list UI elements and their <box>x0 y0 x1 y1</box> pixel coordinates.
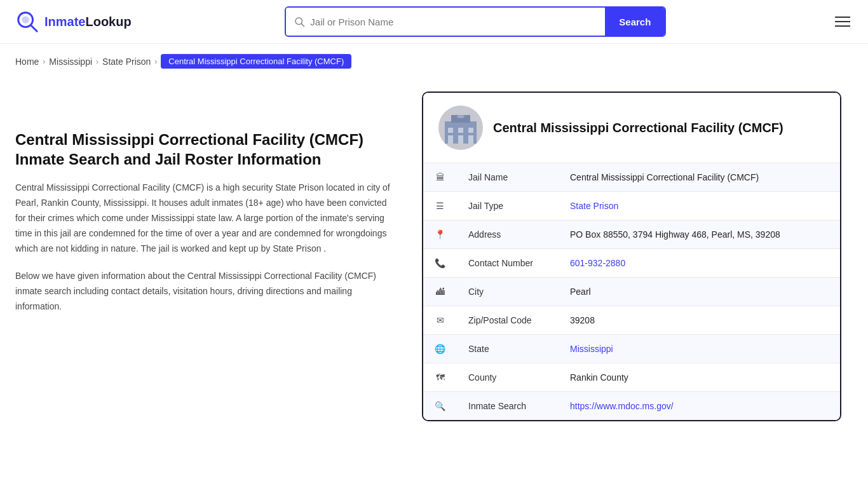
table-row: 🏛Jail NameCentral Mississippi Correction… <box>423 163 840 192</box>
row-icon: 🌐 <box>423 335 457 363</box>
logo-text: InmateLookup <box>44 15 132 29</box>
row-label: State <box>457 335 559 363</box>
svg-point-2 <box>22 16 29 23</box>
row-value[interactable]: 601-932-2880 <box>559 249 840 278</box>
table-row: ☰Jail TypeState Prison <box>423 192 840 220</box>
row-icon: 🏙 <box>423 278 457 306</box>
row-value: Central Mississippi Correctional Facilit… <box>559 163 840 192</box>
main-content: Central Mississippi Correctional Facilit… <box>0 79 868 447</box>
row-label: Inmate Search <box>457 392 559 421</box>
table-row: 📍AddressPO Box 88550, 3794 Highway 468, … <box>423 220 840 249</box>
table-row: 🏙CityPearl <box>423 278 840 306</box>
table-row: 📞Contact Number601-932-2880 <box>423 249 840 278</box>
svg-rect-11 <box>448 135 453 144</box>
row-label: Jail Name <box>457 163 559 192</box>
search-bar: Search <box>285 6 666 37</box>
breadcrumb-state[interactable]: Mississippi <box>49 57 92 67</box>
row-value: Rankin County <box>559 363 840 392</box>
breadcrumb-home[interactable]: Home <box>15 57 39 67</box>
search-button[interactable]: Search <box>605 8 665 36</box>
row-value: PO Box 88550, 3794 Highway 468, Pearl, M… <box>559 220 840 249</box>
table-row: ✉Zip/Postal Code39208 <box>423 306 840 335</box>
row-label: Contact Number <box>457 249 559 278</box>
svg-rect-10 <box>468 128 473 133</box>
page-title: Central Mississippi Correctional Facilit… <box>15 130 397 169</box>
row-icon: ✉ <box>423 306 457 335</box>
row-label: City <box>457 278 559 306</box>
row-icon: 📞 <box>423 249 457 278</box>
row-link[interactable]: State Prison <box>570 201 618 211</box>
table-row: 🌐StateMississippi <box>423 335 840 363</box>
search-bar-icon <box>294 16 305 27</box>
logo-link[interactable]: InmateLookup <box>15 10 132 34</box>
row-label: Zip/Postal Code <box>457 306 559 335</box>
facility-image <box>442 109 480 147</box>
logo-icon <box>15 10 39 34</box>
table-row: 🔍Inmate Searchhttps://www.mdoc.ms.gov/ <box>423 392 840 421</box>
svg-rect-9 <box>458 128 463 133</box>
left-column: Central Mississippi Correctional Facilit… <box>15 92 422 421</box>
row-label: County <box>457 363 559 392</box>
hamburger-menu[interactable] <box>832 14 853 29</box>
breadcrumb: Home › Mississippi › State Prison › Cent… <box>0 44 868 79</box>
row-value[interactable]: https://www.mdoc.ms.gov/ <box>559 392 840 421</box>
breadcrumb-category[interactable]: State Prison <box>102 57 151 67</box>
info-table: 🏛Jail NameCentral Mississippi Correction… <box>423 163 840 420</box>
site-header: InmateLookup Search <box>0 0 868 44</box>
row-icon: 🏛 <box>423 163 457 192</box>
page-description-2: Below we have given information about th… <box>15 269 397 314</box>
row-value[interactable]: Mississippi <box>559 335 840 363</box>
svg-rect-13 <box>468 135 473 144</box>
chevron-icon-1: › <box>43 57 45 66</box>
row-link[interactable]: 601-932-2880 <box>570 258 625 268</box>
card-header: Central Mississippi Correctional Facilit… <box>423 93 840 163</box>
svg-line-1 <box>31 25 37 32</box>
row-label: Address <box>457 220 559 249</box>
row-label: Jail Type <box>457 192 559 220</box>
row-value: Pearl <box>559 278 840 306</box>
search-input[interactable] <box>310 10 597 34</box>
chevron-icon-3: › <box>154 57 157 66</box>
row-icon: 📍 <box>423 220 457 249</box>
row-icon: 🗺 <box>423 363 457 392</box>
facility-avatar <box>438 105 483 150</box>
table-row: 🗺CountyRankin County <box>423 363 840 392</box>
page-description-1: Central Mississippi Correctional Facilit… <box>15 180 397 256</box>
card-title: Central Mississippi Correctional Facilit… <box>493 121 783 135</box>
row-icon: ☰ <box>423 192 457 220</box>
row-link[interactable]: https://www.mdoc.ms.gov/ <box>570 401 674 411</box>
breadcrumb-current: Central Mississippi Correctional Facilit… <box>161 54 351 69</box>
row-link[interactable]: Mississippi <box>570 344 613 354</box>
svg-rect-12 <box>458 135 463 144</box>
svg-rect-8 <box>448 128 453 133</box>
svg-line-4 <box>302 24 304 26</box>
row-value: 39208 <box>559 306 840 335</box>
info-card: Central Mississippi Correctional Facilit… <box>422 92 841 421</box>
row-value[interactable]: State Prison <box>559 192 840 220</box>
chevron-icon-2: › <box>96 57 98 66</box>
right-column: Central Mississippi Correctional Facilit… <box>422 92 841 421</box>
svg-rect-7 <box>457 115 465 118</box>
row-icon: 🔍 <box>423 392 457 421</box>
